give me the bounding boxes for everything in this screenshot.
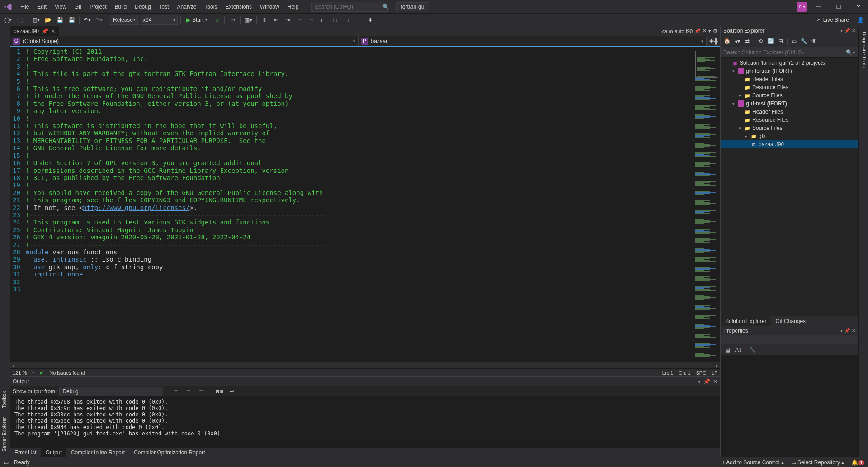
bottom-tab-output[interactable]: Output xyxy=(41,448,66,457)
se-search-input[interactable] xyxy=(723,49,846,56)
se-back-button[interactable]: ◂▾ xyxy=(733,37,742,46)
code-editor[interactable]: 1234567891011121314151617181920212223242… xyxy=(10,47,693,362)
menu-view[interactable]: View xyxy=(51,0,71,13)
tb-icon-8[interactable]: ◻ xyxy=(318,15,328,25)
props-pin-icon[interactable]: 📌 xyxy=(844,328,850,333)
side-tab-server-explorer[interactable]: Server Explorer xyxy=(0,415,10,453)
minimap[interactable] xyxy=(693,47,720,362)
live-share-button[interactable]: ↗ Live Share xyxy=(811,17,854,23)
tb-icon-1[interactable]: ▭ xyxy=(227,15,237,25)
open-file-button[interactable]: 📂 xyxy=(43,15,53,25)
redo-button[interactable]: ↷▾ xyxy=(94,15,104,25)
se-collapse-button[interactable]: ⊟ xyxy=(776,37,785,46)
tb-icon-6[interactable]: ≡ xyxy=(295,15,305,25)
minimize-button[interactable] xyxy=(811,0,826,14)
notifications[interactable]: 🔔1 xyxy=(851,459,864,466)
forward-button[interactable]: ◯ xyxy=(15,15,25,25)
tb-icon-7[interactable]: ≡ xyxy=(307,15,316,25)
zoom-level[interactable]: 121 % xyxy=(13,370,27,376)
tree-node[interactable]: 📁Header Files xyxy=(721,75,858,83)
se-tab-git-changes[interactable]: Git Changes xyxy=(771,316,810,326)
global-search-input[interactable] xyxy=(315,4,382,10)
se-refresh-button[interactable]: 🔄 xyxy=(766,37,775,46)
menu-build[interactable]: Build xyxy=(111,0,131,13)
tree-node[interactable]: ▸📁Source Files xyxy=(721,91,858,100)
menu-git[interactable]: Git xyxy=(71,0,85,13)
output-dropdown-icon[interactable]: ▾ xyxy=(698,378,701,385)
issues-text[interactable]: No issues found xyxy=(49,370,85,376)
start-debug-button[interactable]: ▶ Start ▾ xyxy=(184,15,210,25)
menu-debug[interactable]: Debug xyxy=(131,0,155,13)
avatar[interactable]: YG xyxy=(797,2,807,12)
side-tab-diagnostic-tools[interactable]: Diagnostic Tools xyxy=(859,30,868,70)
props-dropdown-icon[interactable]: ▾ xyxy=(840,328,843,333)
output-close-icon[interactable]: ✕ xyxy=(713,378,717,385)
preview-close-icon[interactable]: ✕ xyxy=(703,28,707,34)
tree-node[interactable]: ▣Solution 'fortran-gui' (2 of 2 projects… xyxy=(721,59,858,67)
save-all-button[interactable]: 💾 xyxy=(66,15,76,25)
back-button[interactable]: ◯▾ xyxy=(3,15,13,25)
out-btn-2[interactable]: ≣ xyxy=(184,386,193,396)
tb-icon-2[interactable]: ▥▾ xyxy=(243,15,254,25)
close-button[interactable] xyxy=(851,0,866,14)
out-btn-wrap[interactable]: ↩ xyxy=(227,386,237,396)
menu-extensions[interactable]: Extensions xyxy=(221,0,256,13)
menu-test[interactable]: Test xyxy=(155,0,173,13)
scope-right-dropdown[interactable]: P bazaar xyxy=(359,36,707,46)
cursor-col[interactable]: Ch: 1 xyxy=(679,370,690,376)
props-pages-button[interactable]: 🔧 xyxy=(747,345,757,355)
preview-tab-label[interactable]: cairo-auto.f90 xyxy=(662,29,693,34)
output-window-icon[interactable]: ▭ xyxy=(4,459,9,466)
menu-project[interactable]: Project xyxy=(85,0,110,13)
add-source-control[interactable]: ↑ Add to Source Control ▴ xyxy=(722,459,784,466)
output-pin-icon[interactable]: 📌 xyxy=(703,378,710,385)
menu-help[interactable]: Help xyxy=(283,0,303,13)
start-no-debug-button[interactable]: ▷ xyxy=(212,15,222,25)
bottom-tab-compiler-inline-report[interactable]: Compiler Inline Report xyxy=(66,448,129,457)
se-tab-solution-explorer[interactable]: Solution Explorer xyxy=(721,316,771,326)
tree-node[interactable]: ▸📁gtk xyxy=(721,132,858,140)
solution-explorer-search[interactable]: 🔍▾ xyxy=(721,47,858,58)
out-btn-3[interactable]: ≣ xyxy=(196,386,206,396)
bottom-tab-compiler-optimization-report[interactable]: Compiler Optimization Report xyxy=(129,448,209,457)
tb-icon-12[interactable]: ⬇ xyxy=(365,15,375,25)
scope-left-dropdown[interactable]: G (Global Scope) xyxy=(10,36,359,46)
solution-tree[interactable]: ▣Solution 'fortran-gui' (2 of 2 projects… xyxy=(721,58,858,316)
se-dropdown-icon[interactable]: ▾ xyxy=(840,28,843,33)
props-categorized-button[interactable]: ▤ xyxy=(722,345,732,355)
menu-analyze[interactable]: Analyze xyxy=(173,0,201,13)
maximize-button[interactable] xyxy=(831,0,846,14)
undo-button[interactable]: ↶▾ xyxy=(82,15,92,25)
properties-grid[interactable] xyxy=(721,355,858,457)
editor-horizontal-scrollbar[interactable]: ◂▸ xyxy=(10,362,720,368)
tb-icon-4[interactable]: ⇤ xyxy=(271,15,281,25)
window-options-icon[interactable]: ⚙ xyxy=(713,28,717,34)
select-repository[interactable]: ▭ Select Repository ▴ xyxy=(791,459,844,466)
tree-node[interactable]: ▾gtk-fortran (IFORT) xyxy=(721,67,858,75)
menu-edit[interactable]: Edit xyxy=(33,0,51,13)
se-home-button[interactable]: 🏠 xyxy=(722,37,732,46)
new-project-button[interactable]: ▥▾ xyxy=(31,15,41,25)
global-search[interactable]: 🔍 xyxy=(311,2,388,12)
tb-icon-5[interactable]: ⇥ xyxy=(283,15,293,25)
code-lines[interactable]: ! Copyright (C) 2011! Free Software Foun… xyxy=(26,47,693,362)
out-btn-clear[interactable]: ✖≡ xyxy=(214,386,224,396)
tree-node[interactable]: 📁Resource Files xyxy=(721,116,858,124)
menu-file[interactable]: File xyxy=(16,0,33,13)
se-sync-button[interactable]: ⟲ xyxy=(756,37,765,46)
se-preview-button[interactable]: 👁 xyxy=(810,37,819,46)
se-properties-button[interactable]: 🔧 xyxy=(799,37,809,46)
out-btn-1[interactable]: ≣ xyxy=(171,386,181,396)
menu-tools[interactable]: Tools xyxy=(200,0,221,13)
output-source-dropdown[interactable]: Debug xyxy=(59,387,163,396)
pin-icon[interactable]: 📌 xyxy=(42,28,48,34)
tb-icon-9[interactable]: ◻ xyxy=(330,15,340,25)
split-editor-button[interactable]: ✚╫ xyxy=(707,36,720,46)
menu-window[interactable]: Window xyxy=(256,0,283,13)
feedback-button[interactable]: 👤 xyxy=(855,15,865,25)
tree-node[interactable]: ▾gui-test (IFORT) xyxy=(721,100,858,108)
save-button[interactable]: 💾 xyxy=(55,15,65,25)
tree-node[interactable]: 📁Resource Files xyxy=(721,83,858,91)
cursor-line[interactable]: Ln: 1 xyxy=(662,370,673,376)
tree-node[interactable]: ▾📁Source Files xyxy=(721,124,858,132)
